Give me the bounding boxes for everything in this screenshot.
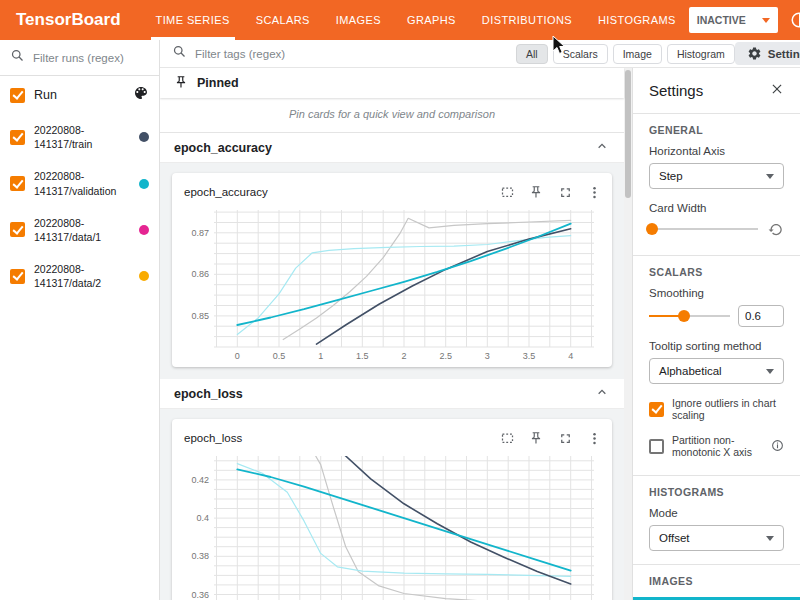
- tab-images[interactable]: IMAGES: [323, 0, 394, 40]
- epoch-loss-chart[interactable]: 00.511.522.533.540.420.40.380.36: [182, 451, 602, 600]
- run-color-dot: [139, 225, 149, 235]
- tab-distributions[interactable]: DISTRIBUTIONS: [469, 0, 585, 40]
- chevron-down-icon: [766, 174, 774, 179]
- epoch-accuracy-chart[interactable]: 00.511.522.533.540.850.860.87: [182, 205, 602, 363]
- slider-thumb[interactable]: [646, 223, 658, 235]
- tab-label: SCALARS: [256, 14, 310, 26]
- fullscreen-icon[interactable]: [557, 184, 573, 200]
- partition-x-axis-checkbox[interactable]: Partition non-monotonic X axis: [633, 434, 800, 471]
- histograms-section-label: HISTOGRAMS: [633, 486, 800, 507]
- chip-histogram[interactable]: Histogram: [667, 44, 735, 64]
- run-item-data-1[interactable]: 20220808-141317/data/1: [0, 207, 159, 253]
- chevron-up-icon[interactable]: [594, 384, 610, 403]
- checkbox-icon: [649, 402, 664, 417]
- horizontal-axis-label: Horizontal Axis: [633, 145, 800, 163]
- chevron-up-icon[interactable]: [594, 138, 610, 157]
- runs-sidebar: Run 20220808-141317/train 20220808-14131…: [0, 40, 160, 600]
- checkbox-label: Partition non-monotonic X axis: [672, 434, 763, 458]
- tag-toolbar: All Scalars Image Histogram Settings: [160, 40, 800, 68]
- scalars-section-label: SCALARS: [633, 266, 800, 287]
- filter-runs-input[interactable]: [33, 52, 141, 64]
- histogram-mode-select[interactable]: Offset: [649, 525, 784, 551]
- smoothing-slider[interactable]: [649, 309, 730, 323]
- reset-icon[interactable]: [766, 220, 784, 238]
- scrollbar-thumb[interactable]: [625, 70, 631, 198]
- ignore-outliers-checkbox[interactable]: Ignore outliers in chart scaling: [633, 397, 800, 434]
- run-item-data-2[interactable]: 20220808-141317/data/2: [0, 253, 159, 299]
- tooltip-sorting-select[interactable]: Alphabetical: [649, 358, 784, 384]
- run-item-train[interactable]: 20220808-141317/train: [0, 114, 159, 160]
- run-checkbox[interactable]: [10, 222, 25, 237]
- settings-panel-title: Settings: [649, 82, 703, 99]
- status-dropdown[interactable]: INACTIVE: [689, 7, 778, 33]
- run-color-dot: [139, 271, 149, 281]
- chip-all[interactable]: All: [516, 44, 548, 64]
- contrast-toggle-icon[interactable]: [789, 10, 800, 30]
- pin-card-icon[interactable]: [528, 184, 544, 200]
- tab-time-series[interactable]: TIME SERIES: [143, 0, 243, 40]
- settings-button[interactable]: Settings: [735, 42, 800, 65]
- run-color-dot: [139, 179, 149, 189]
- chip-image[interactable]: Image: [613, 44, 662, 64]
- svg-text:0.38: 0.38: [191, 551, 209, 561]
- svg-text:2: 2: [401, 351, 406, 361]
- run-checkbox[interactable]: [10, 130, 25, 145]
- tab-histograms[interactable]: HISTOGRAMS: [585, 0, 689, 40]
- general-section-label: GENERAL: [633, 124, 800, 145]
- slider-thumb[interactable]: [678, 310, 690, 322]
- run-color-dot: [139, 132, 149, 142]
- fullscreen-icon[interactable]: [557, 430, 573, 446]
- run-item-validation[interactable]: 20220808-141317/validation: [0, 160, 159, 206]
- search-icon: [172, 44, 187, 63]
- scalar-card-epoch-loss: epoch_loss: [172, 419, 612, 600]
- status-label: INACTIVE: [697, 14, 746, 26]
- close-icon[interactable]: [770, 82, 784, 99]
- nav-tabs: TIME SERIES SCALARS IMAGES GRAPHS DISTRI…: [143, 0, 689, 40]
- card-title: epoch_loss: [182, 432, 499, 444]
- app-title: TensorBoard: [0, 10, 143, 30]
- chevron-down-icon: [766, 536, 774, 541]
- fit-to-data-icon[interactable]: [499, 430, 515, 446]
- card-width-label: Card Width: [633, 202, 800, 220]
- smoothing-label: Smoothing: [633, 287, 800, 305]
- cards-scroll-area: Pinned Pin cards for a quick view and co…: [160, 68, 632, 600]
- select-all-runs-checkbox[interactable]: [10, 88, 25, 103]
- svg-text:0.4: 0.4: [196, 513, 209, 523]
- section-title: epoch_accuracy: [174, 141, 272, 155]
- svg-text:0.85: 0.85: [191, 311, 209, 321]
- svg-text:3.5: 3.5: [523, 351, 536, 361]
- run-checkbox[interactable]: [10, 269, 25, 284]
- section-title: epoch_loss: [174, 387, 243, 401]
- section-header-epoch-accuracy[interactable]: epoch_accuracy: [160, 133, 624, 163]
- kebab-menu-icon[interactable]: [586, 430, 602, 446]
- filter-tags-input[interactable]: [195, 48, 504, 60]
- vertical-scrollbar[interactable]: [624, 68, 632, 600]
- svg-text:1: 1: [318, 351, 323, 361]
- kebab-menu-icon[interactable]: [586, 184, 602, 200]
- fit-to-data-icon[interactable]: [499, 184, 515, 200]
- tab-scalars[interactable]: SCALARS: [243, 0, 323, 40]
- horizontal-axis-select[interactable]: Step: [649, 163, 784, 189]
- card-width-slider[interactable]: [649, 222, 758, 236]
- run-label: 20220808-141317/data/2: [34, 262, 130, 290]
- chip-scalars[interactable]: Scalars: [553, 44, 608, 64]
- pin-card-icon[interactable]: [528, 430, 544, 446]
- palette-icon[interactable]: [133, 85, 149, 105]
- checkbox-icon: [649, 439, 664, 454]
- run-checkbox[interactable]: [10, 176, 25, 191]
- card-title: epoch_accuracy: [182, 186, 499, 198]
- tab-label: HISTOGRAMS: [598, 14, 676, 26]
- select-value: Offset: [659, 532, 689, 544]
- app-header: TensorBoard TIME SERIES SCALARS IMAGES G…: [0, 0, 800, 40]
- runs-column-header: Run: [34, 88, 124, 102]
- select-value: Step: [659, 170, 683, 182]
- tab-graphs[interactable]: GRAPHS: [394, 0, 469, 40]
- search-icon: [10, 48, 25, 67]
- run-header-row[interactable]: Run: [0, 76, 159, 114]
- pin-icon: [174, 75, 188, 92]
- section-header-epoch-loss[interactable]: epoch_loss: [160, 379, 624, 409]
- settings-panel: Settings GENERAL Horizontal Axis Step Ca…: [632, 68, 800, 600]
- smoothing-value-input[interactable]: [738, 305, 784, 327]
- svg-text:0.5: 0.5: [273, 351, 286, 361]
- info-icon[interactable]: [771, 439, 784, 454]
